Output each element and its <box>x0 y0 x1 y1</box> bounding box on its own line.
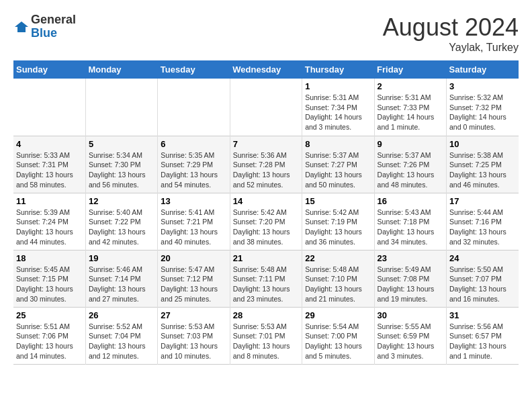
day-info: Sunrise: 5:32 AM Sunset: 7:32 PM Dayligh… <box>449 93 516 132</box>
day-number: 25 <box>16 310 83 320</box>
calendar-cell: 13Sunrise: 5:41 AM Sunset: 7:21 PM Dayli… <box>158 193 230 250</box>
calendar-cell: 2Sunrise: 5:31 AM Sunset: 7:33 PM Daylig… <box>374 79 446 136</box>
calendar-table: Sunday Monday Tuesday Wednesday Thursday… <box>13 60 519 365</box>
day-number: 15 <box>305 196 371 206</box>
calendar-cell: 10Sunrise: 5:38 AM Sunset: 7:25 PM Dayli… <box>447 136 519 193</box>
day-number: 14 <box>233 196 299 206</box>
logo-icon <box>13 20 30 34</box>
day-info: Sunrise: 5:53 AM Sunset: 7:01 PM Dayligh… <box>233 322 299 361</box>
header-tuesday: Tuesday <box>158 60 230 79</box>
header-monday: Monday <box>85 60 157 79</box>
calendar-cell <box>158 79 230 136</box>
day-info: Sunrise: 5:31 AM Sunset: 7:33 PM Dayligh… <box>378 93 443 132</box>
day-info: Sunrise: 5:56 AM Sunset: 6:57 PM Dayligh… <box>449 322 516 361</box>
day-info: Sunrise: 5:51 AM Sunset: 7:06 PM Dayligh… <box>16 322 83 361</box>
day-info: Sunrise: 5:39 AM Sunset: 7:24 PM Dayligh… <box>16 208 83 247</box>
svg-marker-0 <box>15 21 28 32</box>
day-info: Sunrise: 5:38 AM Sunset: 7:25 PM Dayligh… <box>449 150 516 190</box>
calendar-cell: 19Sunrise: 5:46 AM Sunset: 7:14 PM Dayli… <box>85 250 157 307</box>
logo-general-text: General <box>31 13 76 27</box>
calendar-week-row: 25Sunrise: 5:51 AM Sunset: 7:06 PM Dayli… <box>13 307 519 364</box>
calendar-cell: 26Sunrise: 5:52 AM Sunset: 7:04 PM Dayli… <box>85 307 157 364</box>
page-header: General Blue August 2024 Yaylak, Turkey <box>13 13 519 54</box>
calendar-cell: 23Sunrise: 5:49 AM Sunset: 7:08 PM Dayli… <box>374 250 446 307</box>
day-info: Sunrise: 5:36 AM Sunset: 7:28 PM Dayligh… <box>233 150 299 190</box>
day-number: 2 <box>378 81 443 91</box>
calendar-cell: 18Sunrise: 5:45 AM Sunset: 7:15 PM Dayli… <box>13 250 85 307</box>
day-number: 30 <box>378 310 443 320</box>
day-number: 28 <box>233 310 299 320</box>
day-info: Sunrise: 5:53 AM Sunset: 7:03 PM Dayligh… <box>161 322 226 361</box>
day-info: Sunrise: 5:41 AM Sunset: 7:21 PM Dayligh… <box>161 208 226 247</box>
calendar-cell: 21Sunrise: 5:48 AM Sunset: 7:11 PM Dayli… <box>230 250 302 307</box>
calendar-cell: 9Sunrise: 5:37 AM Sunset: 7:26 PM Daylig… <box>374 136 446 193</box>
day-number: 10 <box>449 139 516 149</box>
calendar-cell: 7Sunrise: 5:36 AM Sunset: 7:28 PM Daylig… <box>230 136 302 193</box>
calendar-cell <box>13 79 85 136</box>
day-info: Sunrise: 5:44 AM Sunset: 7:16 PM Dayligh… <box>449 208 516 247</box>
day-info: Sunrise: 5:34 AM Sunset: 7:30 PM Dayligh… <box>89 150 154 190</box>
calendar-cell: 24Sunrise: 5:50 AM Sunset: 7:07 PM Dayli… <box>447 250 519 307</box>
calendar-cell: 30Sunrise: 5:55 AM Sunset: 6:59 PM Dayli… <box>374 307 446 364</box>
calendar-cell: 5Sunrise: 5:34 AM Sunset: 7:30 PM Daylig… <box>85 136 157 193</box>
day-info: Sunrise: 5:42 AM Sunset: 7:19 PM Dayligh… <box>305 208 371 247</box>
header-saturday: Saturday <box>447 60 519 79</box>
calendar-cell: 17Sunrise: 5:44 AM Sunset: 7:16 PM Dayli… <box>447 193 519 250</box>
header-sunday: Sunday <box>13 60 85 79</box>
day-info: Sunrise: 5:35 AM Sunset: 7:29 PM Dayligh… <box>161 150 226 190</box>
calendar-cell: 14Sunrise: 5:42 AM Sunset: 7:20 PM Dayli… <box>230 193 302 250</box>
calendar-cell <box>85 79 157 136</box>
calendar-cell: 20Sunrise: 5:47 AM Sunset: 7:12 PM Dayli… <box>158 250 230 307</box>
calendar-cell: 11Sunrise: 5:39 AM Sunset: 7:24 PM Dayli… <box>13 193 85 250</box>
day-number: 1 <box>305 81 371 91</box>
day-number: 23 <box>378 253 443 263</box>
day-number: 4 <box>16 139 83 149</box>
day-number: 22 <box>305 253 371 263</box>
day-number: 29 <box>305 310 371 320</box>
calendar-cell: 29Sunrise: 5:54 AM Sunset: 7:00 PM Dayli… <box>302 307 374 364</box>
day-number: 12 <box>89 196 154 206</box>
day-number: 31 <box>449 310 516 320</box>
day-info: Sunrise: 5:45 AM Sunset: 7:15 PM Dayligh… <box>16 265 83 304</box>
day-number: 20 <box>161 253 226 263</box>
day-number: 6 <box>161 139 226 149</box>
day-info: Sunrise: 5:37 AM Sunset: 7:26 PM Dayligh… <box>378 150 443 190</box>
calendar-week-row: 1Sunrise: 5:31 AM Sunset: 7:34 PM Daylig… <box>13 79 519 136</box>
calendar-header-row: Sunday Monday Tuesday Wednesday Thursday… <box>13 60 519 79</box>
logo: General Blue <box>13 13 76 40</box>
day-info: Sunrise: 5:50 AM Sunset: 7:07 PM Dayligh… <box>449 265 516 304</box>
calendar-week-row: 4Sunrise: 5:33 AM Sunset: 7:31 PM Daylig… <box>13 136 519 193</box>
day-info: Sunrise: 5:37 AM Sunset: 7:27 PM Dayligh… <box>305 150 371 190</box>
header-thursday: Thursday <box>302 60 374 79</box>
day-info: Sunrise: 5:42 AM Sunset: 7:20 PM Dayligh… <box>233 208 299 247</box>
day-number: 24 <box>449 253 516 263</box>
month-year-title: August 2024 <box>383 13 519 42</box>
day-number: 3 <box>449 81 516 91</box>
calendar-cell: 8Sunrise: 5:37 AM Sunset: 7:27 PM Daylig… <box>302 136 374 193</box>
day-number: 8 <box>305 139 371 149</box>
calendar-cell <box>230 79 302 136</box>
header-wednesday: Wednesday <box>230 60 302 79</box>
day-number: 26 <box>89 310 154 320</box>
location-title: Yaylak, Turkey <box>383 42 519 54</box>
day-number: 17 <box>449 196 516 206</box>
day-info: Sunrise: 5:40 AM Sunset: 7:22 PM Dayligh… <box>89 208 154 247</box>
calendar-week-row: 18Sunrise: 5:45 AM Sunset: 7:15 PM Dayli… <box>13 250 519 307</box>
day-info: Sunrise: 5:52 AM Sunset: 7:04 PM Dayligh… <box>89 322 154 361</box>
calendar-cell: 31Sunrise: 5:56 AM Sunset: 6:57 PM Dayli… <box>447 307 519 364</box>
calendar-cell: 12Sunrise: 5:40 AM Sunset: 7:22 PM Dayli… <box>85 193 157 250</box>
day-number: 13 <box>161 196 226 206</box>
day-number: 21 <box>233 253 299 263</box>
calendar-cell: 22Sunrise: 5:48 AM Sunset: 7:10 PM Dayli… <box>302 250 374 307</box>
day-number: 7 <box>233 139 299 149</box>
calendar-week-row: 11Sunrise: 5:39 AM Sunset: 7:24 PM Dayli… <box>13 193 519 250</box>
day-info: Sunrise: 5:33 AM Sunset: 7:31 PM Dayligh… <box>16 150 83 190</box>
calendar-cell: 3Sunrise: 5:32 AM Sunset: 7:32 PM Daylig… <box>447 79 519 136</box>
day-info: Sunrise: 5:47 AM Sunset: 7:12 PM Dayligh… <box>161 265 226 304</box>
calendar-cell: 16Sunrise: 5:43 AM Sunset: 7:18 PM Dayli… <box>374 193 446 250</box>
day-number: 18 <box>16 253 83 263</box>
day-info: Sunrise: 5:48 AM Sunset: 7:10 PM Dayligh… <box>305 265 371 304</box>
logo-blue-text: Blue <box>31 27 76 40</box>
day-info: Sunrise: 5:49 AM Sunset: 7:08 PM Dayligh… <box>378 265 443 304</box>
header-friday: Friday <box>374 60 446 79</box>
